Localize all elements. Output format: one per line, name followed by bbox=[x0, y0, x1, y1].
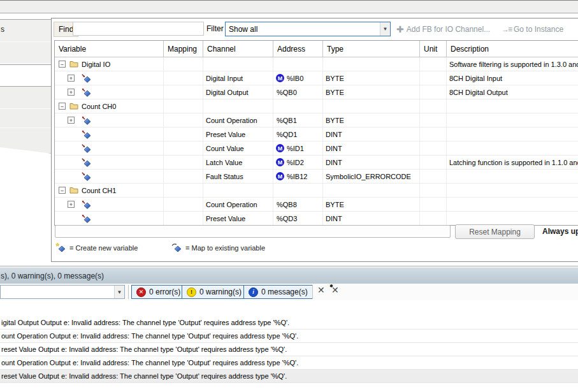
group-label: Count CH0 bbox=[82, 103, 116, 110]
channel-name: Digital Input bbox=[203, 71, 273, 85]
chevron-down-icon[interactable]: ▼ bbox=[114, 286, 124, 298]
table-row[interactable]: Digital IO Software filtering is support… bbox=[55, 57, 578, 71]
goto-instance-button[interactable]: →≡ Go to Instance bbox=[502, 22, 563, 36]
messages-category-dropdown[interactable]: ▼ bbox=[0, 285, 125, 299]
type-value: DINT bbox=[323, 156, 420, 169]
collapse-expander-icon[interactable] bbox=[59, 103, 66, 110]
column-header-description[interactable]: Description bbox=[447, 41, 578, 57]
clear-messages-icon[interactable]: ✕ bbox=[317, 286, 325, 294]
warnings-toggle-button[interactable]: ! 0 warning(s) bbox=[182, 285, 247, 299]
messages-title-fragment: s), 0 warning(s), 0 message(s) bbox=[1, 272, 104, 280]
address-value: %IB0 bbox=[287, 75, 303, 82]
variable-output-icon bbox=[82, 130, 91, 139]
table-row[interactable]: Preset Value %QD3 DINT bbox=[55, 212, 578, 225]
add-fb-button[interactable]: ✚ Add FB for IO Channel... bbox=[396, 22, 490, 36]
type-value: BYTE bbox=[323, 71, 420, 85]
table-row[interactable]: Count Operation %QB1 BYTE bbox=[55, 113, 578, 127]
variable-output-icon bbox=[82, 88, 91, 97]
left-panel-fragment: s bbox=[0, 19, 53, 65]
goto-instance-icon: →≡ bbox=[502, 25, 511, 33]
column-header-address[interactable]: Address bbox=[273, 41, 323, 57]
address-value: %QB0 bbox=[273, 85, 323, 99]
divider bbox=[0, 108, 52, 109]
divider bbox=[0, 63, 52, 64]
variable-output-icon bbox=[82, 200, 91, 209]
folder-icon bbox=[69, 187, 78, 194]
divider bbox=[0, 266, 578, 266]
column-header-type[interactable]: Type bbox=[323, 41, 420, 57]
variable-output-icon bbox=[82, 214, 91, 223]
column-header-channel[interactable]: Channel bbox=[203, 41, 273, 57]
type-value: DINT bbox=[323, 212, 420, 225]
address-value: %QB8 bbox=[273, 198, 323, 211]
mapped-badge-icon: M bbox=[276, 158, 284, 166]
expand-expander-icon[interactable] bbox=[68, 117, 75, 124]
address-value: %IB12 bbox=[287, 173, 307, 180]
table-row[interactable]: Digital Output %QB0 BYTE 8CH Digital Out… bbox=[55, 85, 578, 99]
toolbar-separator bbox=[312, 285, 313, 299]
variable-input-icon bbox=[82, 158, 91, 167]
errors-toggle-button[interactable]: ✕ 0 error(s) bbox=[131, 285, 185, 299]
expand-expander-icon[interactable] bbox=[68, 75, 75, 82]
messages-titlebar: s), 0 warning(s), 0 message(s) bbox=[0, 267, 578, 284]
message-row-selected[interactable]: reset Value Output e: Invalid address: T… bbox=[0, 370, 578, 383]
mapped-badge-icon: M bbox=[276, 144, 284, 152]
address-value: %QB1 bbox=[273, 113, 323, 127]
channel-name: Count Operation bbox=[203, 113, 273, 127]
type-value: BYTE bbox=[323, 113, 420, 127]
message-row[interactable]: ount Operation Output e: Invalid address… bbox=[0, 330, 578, 343]
toolbar-separator bbox=[128, 285, 129, 299]
clear-all-messages-icon[interactable]: ✕ bbox=[331, 286, 578, 294]
expand-expander-icon[interactable] bbox=[68, 201, 75, 208]
channel-name: Digital Output bbox=[203, 85, 273, 99]
column-header-variable[interactable]: Variable bbox=[55, 41, 164, 57]
messages-toggle-button[interactable]: i 0 message(s) bbox=[243, 285, 313, 299]
reset-mapping-button[interactable]: Reset Mapping bbox=[455, 224, 535, 239]
message-row[interactable]: igital Output Output e: Invalid address:… bbox=[0, 316, 578, 330]
channel-name: Latch Value bbox=[203, 156, 273, 169]
table-row[interactable]: Latch Value M%ID2 DINT Latching function… bbox=[55, 156, 578, 170]
type-value: BYTE bbox=[323, 198, 420, 211]
chevron-down-icon[interactable]: ▼ bbox=[380, 22, 390, 36]
table-row[interactable]: Digital Input M%IB0 BYTE 8CH Digital Inp… bbox=[55, 71, 578, 85]
variable-output-icon bbox=[82, 116, 91, 125]
message-row[interactable]: reset Value Output e: Invalid address: T… bbox=[0, 343, 578, 356]
column-header-mapping[interactable]: Mapping bbox=[164, 41, 203, 57]
table-row[interactable]: Count Value M%ID1 DINT bbox=[55, 142, 578, 156]
filter-dropdown[interactable]: Show all ▼ bbox=[225, 22, 391, 36]
table-row[interactable]: Preset Value %QD1 DINT bbox=[55, 127, 578, 142]
channel-name: Fault Status bbox=[203, 170, 273, 183]
mapped-badge-icon: M bbox=[276, 172, 284, 180]
horizontal-scrollbar[interactable] bbox=[55, 225, 451, 238]
divider bbox=[0, 127, 52, 128]
table-row[interactable]: Count CH0 bbox=[55, 99, 578, 113]
column-header-unit[interactable]: Unit bbox=[420, 41, 447, 57]
divider bbox=[0, 41, 52, 42]
folder-icon bbox=[69, 61, 78, 68]
address-value: %QD1 bbox=[273, 127, 323, 141]
folder-icon bbox=[69, 103, 78, 110]
collapse-expander-icon[interactable] bbox=[59, 187, 66, 194]
address-value: %QD3 bbox=[273, 212, 323, 225]
collapse-expander-icon[interactable] bbox=[59, 61, 66, 68]
message-row[interactable]: ount Operation Output e: Invalid address… bbox=[0, 356, 578, 370]
table-row[interactable]: Count Operation %QB8 BYTE bbox=[55, 198, 578, 212]
variable-input-icon bbox=[82, 144, 91, 153]
left-panel-text-fragment: s bbox=[1, 25, 4, 34]
address-value: %ID1 bbox=[287, 145, 304, 152]
messages-toolbar: ▼ ✕ 0 error(s) ! 0 warning(s) i 0 messag… bbox=[0, 284, 578, 300]
left-panel-fragment-lower bbox=[0, 86, 53, 154]
row-description: Latching function is supported in 1.1.0 … bbox=[447, 156, 578, 169]
variable-input-icon bbox=[82, 172, 91, 181]
table-row[interactable]: Count CH1 bbox=[55, 184, 578, 198]
always-updated-label: Always upd bbox=[542, 227, 578, 236]
table-row[interactable]: Fault Status M%IB12 SymbolicIO_ERRORCODE bbox=[55, 170, 578, 184]
create-new-variable-icon bbox=[55, 243, 66, 252]
table-header-row: Variable Mapping Channel Address Type Un… bbox=[55, 41, 578, 57]
expand-expander-icon[interactable] bbox=[68, 89, 75, 96]
channel-name: Preset Value bbox=[203, 212, 273, 225]
mapped-badge-icon: M bbox=[276, 74, 284, 82]
type-value: BYTE bbox=[323, 85, 420, 99]
filter-dropdown-value: Show all bbox=[226, 25, 380, 34]
find-input[interactable] bbox=[73, 22, 204, 36]
